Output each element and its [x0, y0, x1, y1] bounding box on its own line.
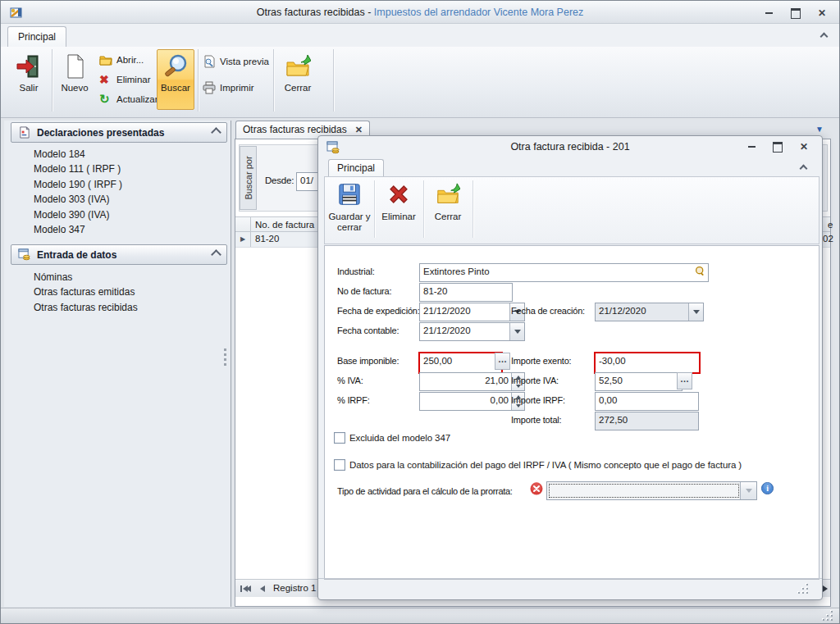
minimize-button[interactable]	[759, 7, 778, 19]
imprimir-button[interactable]: Imprimir	[203, 80, 272, 96]
title-bar: Otras facturas recibidas - Impuestos del…	[1, 1, 839, 24]
window-title-separator: -	[365, 7, 374, 18]
importe-exento-field[interactable]: -30,00	[594, 352, 701, 374]
salir-button[interactable]: Salir	[9, 50, 48, 109]
nav-first-button[interactable]	[240, 585, 251, 592]
fecha-contable-field[interactable]: 21/12/2020	[419, 322, 525, 341]
sidebar-group-entrada-datos[interactable]: Entrada de datos	[11, 244, 227, 265]
grid-gutter-header	[235, 217, 251, 232]
dialog-cerrar-button[interactable]: Cerrar	[427, 179, 469, 240]
iva-pct-field[interactable]: 21,00	[419, 372, 525, 391]
nav-next-icon[interactable]	[823, 585, 828, 592]
sidebar-group-declaraciones[interactable]: Declaraciones presentadas	[11, 122, 227, 143]
info-icon[interactable]: i	[761, 482, 774, 494]
dialog-minimize-button[interactable]	[742, 141, 761, 153]
eliminar-label: Eliminar	[116, 75, 151, 84]
iva-pct-label: % IVA:	[337, 375, 363, 386]
sidebar-item-modelo-190[interactable]: Modelo 190 ( IRPF )	[34, 178, 222, 192]
nav-prev-icon[interactable]	[260, 585, 265, 592]
base-imponible-field[interactable]: 250,00	[418, 352, 503, 374]
cerrar-button[interactable]: Cerrar	[278, 50, 317, 109]
irpf-pct-field[interactable]: 0,00	[419, 392, 525, 411]
pago-irpf-iva-label: Datos para la contabilización del pago d…	[349, 459, 742, 471]
toolbar-separator	[472, 180, 473, 238]
exit-door-icon	[16, 53, 42, 80]
window-title-primary: Otras facturas recibidas	[257, 7, 365, 18]
fecha-expedicion-value: 21/12/2020	[423, 306, 471, 316]
base-imponible-ellipsis-button[interactable]: …	[495, 353, 510, 370]
ribbon-tab-principal[interactable]: Principal	[7, 26, 66, 47]
grid-cell-no-factura[interactable]: 81-20	[255, 234, 279, 244]
actualizar-label: Actualizar	[116, 94, 158, 104]
irpf-pct-value: 0,00	[491, 395, 509, 405]
no-factura-field[interactable]: 81-20	[419, 283, 513, 302]
imprimir-label: Imprimir	[220, 83, 254, 93]
ribbon-separator	[198, 49, 199, 112]
dialog-tab-principal[interactable]: Principal	[328, 159, 384, 177]
importe-iva-label: Importe IVA:	[511, 375, 559, 386]
restore-icon	[773, 142, 783, 153]
dialog-footer	[318, 578, 822, 601]
importe-iva-field[interactable]: 52,50	[595, 372, 682, 391]
sidebar-item-modelo-347[interactable]: Modelo 347	[34, 223, 222, 237]
sidebar-group-title: Entrada de datos	[37, 249, 116, 261]
restore-button[interactable]	[786, 7, 806, 19]
sidebar-item-otras-facturas-emitidas[interactable]: Otras facturas emitidas	[34, 285, 222, 299]
importe-iva-ellipsis-button[interactable]: …	[677, 372, 692, 389]
save-icon	[337, 182, 362, 207]
dialog-restore-button[interactable]	[768, 141, 788, 153]
dropdown-arrow-icon	[740, 482, 756, 499]
new-document-icon	[62, 53, 88, 80]
sidebar: Declaraciones presentadas Modelo 184 Mod…	[4, 121, 231, 607]
prorrata-dropdown[interactable]	[546, 481, 757, 500]
chevron-up-icon[interactable]	[211, 127, 221, 138]
abrir-label: Abrir...	[116, 55, 144, 65]
print-preview-icon	[203, 55, 216, 68]
row-indicator-icon: ▶	[235, 232, 251, 247]
ribbon-separator	[333, 49, 334, 112]
guardar-y-cerrar-button[interactable]: Guardar y cerrar	[328, 179, 371, 240]
tab-list-dropdown-icon[interactable]: ▼	[815, 125, 824, 134]
dropdown-arrow-icon[interactable]	[509, 323, 524, 340]
buscar-por-side-tab[interactable]: Buscar por	[240, 146, 257, 210]
sidebar-item-modelo-184[interactable]: Modelo 184	[34, 148, 222, 162]
excluida-347-checkbox[interactable]	[334, 432, 345, 444]
fecha-expedicion-field[interactable]: 21/12/2020	[419, 303, 525, 321]
collapse-ribbon-icon[interactable]	[820, 33, 829, 41]
vista-previa-button[interactable]: Vista previa	[203, 53, 272, 70]
nuevo-button[interactable]: Nuevo	[55, 50, 94, 109]
dialog-form: Industrial: Extintores Pinto No de factu…	[324, 245, 819, 580]
open-folder-icon	[99, 53, 112, 66]
close-folder-icon	[436, 182, 460, 207]
sidebar-item-nominas[interactable]: Nóminas	[34, 271, 222, 285]
industrial-field[interactable]: Extintores Pinto	[419, 263, 709, 282]
importe-irpf-label: Importe IRPF:	[511, 394, 565, 406]
pago-irpf-iva-checkbox[interactable]	[334, 459, 345, 471]
dialog-resize-grip[interactable]	[798, 584, 809, 594]
sidebar-item-modelo-390[interactable]: Modelo 390 (IVA)	[34, 208, 222, 222]
sidebar-item-modelo-303[interactable]: Modelo 303 (IVA)	[34, 193, 222, 207]
eliminar-button[interactable]: ✖ Eliminar	[99, 71, 157, 88]
lookup-icon[interactable]	[695, 266, 705, 276]
cerrar-label: Cerrar	[285, 83, 312, 93]
close-button[interactable]: ✕	[812, 7, 832, 19]
toolbar-separator	[423, 180, 424, 238]
fecha-creacion-value: 21/12/2020	[599, 306, 646, 316]
sidebar-splitter-handle[interactable]	[224, 348, 226, 368]
ribbon-separator	[52, 49, 52, 112]
importe-irpf-field[interactable]: 0,00	[595, 392, 699, 411]
buscar-button[interactable]: Buscar	[157, 49, 194, 110]
sidebar-item-modelo-111[interactable]: Modelo 111 ( IRPF )	[34, 162, 222, 176]
dialog-close-button[interactable]: ✕	[794, 141, 814, 153]
svg-text:i: i	[766, 484, 769, 493]
dialog-collapse-ribbon-icon[interactable]	[800, 165, 808, 173]
abrir-button[interactable]: Abrir...	[99, 52, 157, 68]
irpf-pct-label: % IRPF:	[337, 394, 370, 406]
sidebar-item-otras-facturas-recibidas[interactable]: Otras facturas recibidas	[34, 301, 222, 315]
window-resize-grip[interactable]	[823, 611, 833, 622]
ribbon-toolbar: Salir Nuevo Abrir... ✖ Eliminar ↻ Actual…	[1, 47, 839, 118]
fecha-contable-label: Fecha contable:	[337, 325, 399, 336]
dialog-eliminar-button[interactable]: Eliminar	[377, 179, 420, 240]
chevron-up-icon[interactable]	[211, 249, 221, 260]
actualizar-button[interactable]: ↻ Actualizar	[99, 91, 157, 107]
